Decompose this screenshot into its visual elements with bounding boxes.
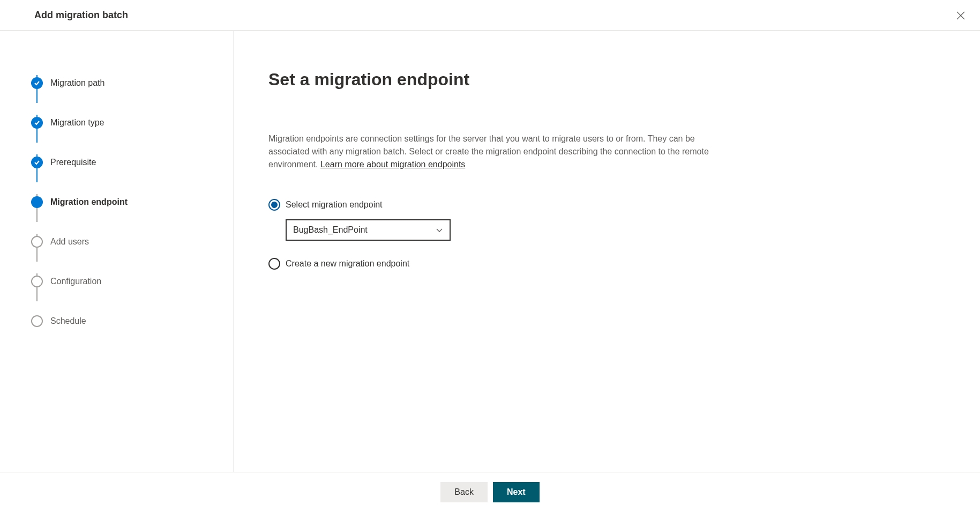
dialog-title: Add migration batch — [34, 10, 128, 21]
current-step-icon — [31, 196, 43, 208]
wizard-sidebar: Migration path Migration type — [0, 31, 234, 472]
step-label: Add users — [50, 237, 89, 247]
main-content: Set a migration endpoint Migration endpo… — [234, 31, 770, 472]
step-migration-path[interactable]: Migration path — [31, 63, 234, 103]
learn-more-link[interactable]: Learn more about migration endpoints — [320, 160, 465, 169]
pending-step-icon — [31, 276, 43, 287]
step-label: Migration type — [50, 118, 104, 128]
close-icon[interactable] — [956, 11, 965, 20]
step-prerequisite[interactable]: Prerequisite — [31, 143, 234, 182]
body-container: Migration path Migration type — [0, 31, 980, 472]
step-label: Migration path — [50, 78, 104, 88]
radio-label: Select migration endpoint — [286, 200, 383, 210]
step-migration-type[interactable]: Migration type — [31, 103, 234, 143]
checkmark-icon — [31, 157, 43, 168]
back-button[interactable]: Back — [440, 482, 488, 502]
description-text: Migration endpoints are connection setti… — [268, 132, 736, 171]
endpoint-option-group: Select migration endpoint BugBash_EndPoi… — [268, 199, 736, 272]
step-migration-endpoint[interactable]: Migration endpoint — [31, 182, 234, 222]
next-button[interactable]: Next — [493, 482, 540, 502]
step-configuration[interactable]: Configuration — [31, 262, 234, 301]
pending-step-icon — [31, 315, 43, 327]
chevron-down-icon — [436, 226, 443, 234]
dialog-header: Add migration batch — [0, 0, 980, 31]
radio-create-endpoint[interactable]: Create a new migration endpoint — [268, 258, 736, 270]
step-add-users[interactable]: Add users — [31, 222, 234, 262]
wizard-footer: Back Next — [0, 472, 980, 512]
step-label: Prerequisite — [50, 158, 96, 167]
radio-icon — [268, 199, 280, 211]
radio-icon — [268, 258, 280, 270]
dropdown-value: BugBash_EndPoint — [293, 225, 368, 235]
radio-label: Create a new migration endpoint — [286, 259, 409, 269]
step-label: Configuration — [50, 277, 101, 286]
radio-dot-icon — [271, 202, 278, 208]
step-label: Schedule — [50, 316, 86, 326]
page-title: Set a migration endpoint — [268, 70, 736, 90]
step-label: Migration endpoint — [50, 197, 128, 207]
endpoint-dropdown[interactable]: BugBash_EndPoint — [286, 219, 451, 241]
checkmark-icon — [31, 77, 43, 89]
checkmark-icon — [31, 117, 43, 129]
radio-select-endpoint[interactable]: Select migration endpoint — [268, 199, 736, 211]
step-list: Migration path Migration type — [31, 63, 234, 341]
step-schedule[interactable]: Schedule — [31, 301, 234, 341]
pending-step-icon — [31, 236, 43, 248]
